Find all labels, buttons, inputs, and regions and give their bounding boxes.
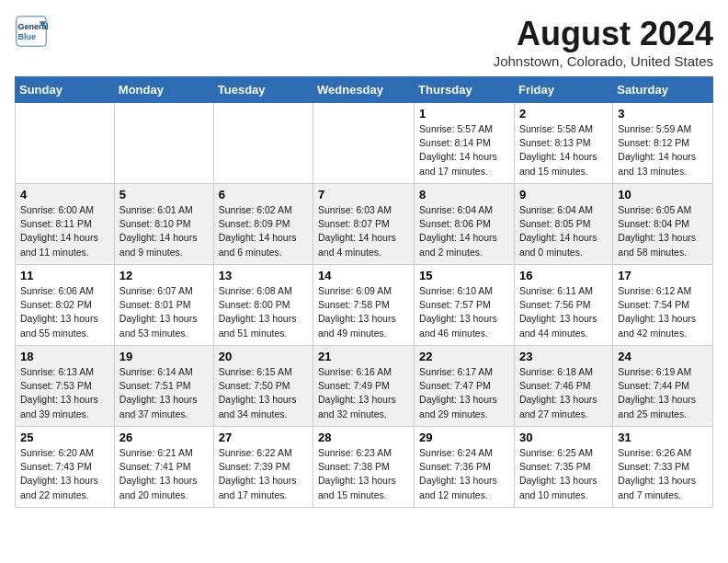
day-number: 18	[20, 350, 109, 363]
calendar-week-row: 25Sunrise: 6:20 AM Sunset: 7:43 PM Dayli…	[16, 427, 713, 508]
logo-icon: General Blue	[15, 15, 48, 48]
day-number: 11	[20, 269, 109, 282]
day-number: 8	[419, 188, 509, 201]
calendar-cell: 7Sunrise: 6:03 AM Sunset: 8:07 PM Daylig…	[313, 184, 415, 265]
day-info: Sunrise: 5:57 AM Sunset: 8:14 PM Dayligh…	[419, 122, 509, 178]
day-number: 5	[119, 188, 209, 201]
logo: General Blue	[15, 15, 48, 48]
day-info: Sunrise: 6:21 AM Sunset: 7:41 PM Dayligh…	[119, 446, 209, 502]
calendar-cell: 4Sunrise: 6:00 AM Sunset: 8:11 PM Daylig…	[16, 184, 115, 265]
day-number: 12	[119, 269, 209, 282]
calendar-cell: 19Sunrise: 6:14 AM Sunset: 7:51 PM Dayli…	[114, 346, 213, 427]
day-number: 28	[318, 431, 409, 444]
day-info: Sunrise: 6:26 AM Sunset: 7:33 PM Dayligh…	[618, 446, 708, 502]
calendar-cell: 2Sunrise: 5:58 AM Sunset: 8:13 PM Daylig…	[514, 103, 612, 184]
day-info: Sunrise: 6:14 AM Sunset: 7:51 PM Dayligh…	[119, 365, 209, 421]
day-number: 19	[119, 350, 209, 363]
calendar-cell: 22Sunrise: 6:17 AM Sunset: 7:47 PM Dayli…	[415, 346, 515, 427]
day-info: Sunrise: 6:00 AM Sunset: 8:11 PM Dayligh…	[20, 203, 109, 259]
day-info: Sunrise: 6:16 AM Sunset: 7:49 PM Dayligh…	[318, 365, 409, 421]
day-info: Sunrise: 6:18 AM Sunset: 7:46 PM Dayligh…	[519, 365, 608, 421]
weekday-header-row: SundayMondayTuesdayWednesdayThursdayFrid…	[16, 77, 713, 103]
calendar-cell: 14Sunrise: 6:09 AM Sunset: 7:58 PM Dayli…	[313, 265, 415, 346]
calendar-table: SundayMondayTuesdayWednesdayThursdayFrid…	[15, 76, 713, 508]
calendar-cell: 9Sunrise: 6:04 AM Sunset: 8:05 PM Daylig…	[514, 184, 612, 265]
day-info: Sunrise: 6:22 AM Sunset: 7:39 PM Dayligh…	[219, 446, 308, 502]
day-number: 10	[618, 188, 708, 201]
calendar-cell: 5Sunrise: 6:01 AM Sunset: 8:10 PM Daylig…	[114, 184, 213, 265]
day-info: Sunrise: 6:10 AM Sunset: 7:57 PM Dayligh…	[419, 284, 509, 340]
calendar-cell: 16Sunrise: 6:11 AM Sunset: 7:56 PM Dayli…	[514, 265, 612, 346]
calendar-cell: 1Sunrise: 5:57 AM Sunset: 8:14 PM Daylig…	[415, 103, 515, 184]
day-info: Sunrise: 6:04 AM Sunset: 8:05 PM Dayligh…	[519, 203, 608, 259]
calendar-cell: 6Sunrise: 6:02 AM Sunset: 8:09 PM Daylig…	[213, 184, 313, 265]
day-number: 6	[219, 188, 308, 201]
svg-text:Blue: Blue	[18, 32, 37, 41]
day-number: 3	[618, 107, 708, 121]
calendar-cell: 20Sunrise: 6:15 AM Sunset: 7:50 PM Dayli…	[213, 346, 313, 427]
day-info: Sunrise: 6:03 AM Sunset: 8:07 PM Dayligh…	[318, 203, 409, 259]
day-info: Sunrise: 6:23 AM Sunset: 7:38 PM Dayligh…	[318, 446, 409, 502]
calendar-cell: 24Sunrise: 6:19 AM Sunset: 7:44 PM Dayli…	[613, 346, 713, 427]
calendar-cell: 11Sunrise: 6:06 AM Sunset: 8:02 PM Dayli…	[16, 265, 115, 346]
day-info: Sunrise: 6:20 AM Sunset: 7:43 PM Dayligh…	[20, 446, 109, 502]
weekday-header-sunday: Sunday	[16, 77, 115, 103]
calendar-cell: 27Sunrise: 6:22 AM Sunset: 7:39 PM Dayli…	[213, 427, 313, 508]
day-number: 31	[618, 431, 708, 444]
day-info: Sunrise: 6:13 AM Sunset: 7:53 PM Dayligh…	[20, 365, 109, 421]
day-info: Sunrise: 6:15 AM Sunset: 7:50 PM Dayligh…	[219, 365, 308, 421]
calendar-cell: 17Sunrise: 6:12 AM Sunset: 7:54 PM Dayli…	[613, 265, 713, 346]
calendar-cell: 31Sunrise: 6:26 AM Sunset: 7:33 PM Dayli…	[613, 427, 713, 508]
day-number: 1	[419, 107, 509, 121]
day-number: 21	[318, 350, 409, 363]
day-info: Sunrise: 6:02 AM Sunset: 8:09 PM Dayligh…	[219, 203, 308, 259]
day-number: 14	[318, 269, 409, 282]
day-info: Sunrise: 6:06 AM Sunset: 8:02 PM Dayligh…	[20, 284, 109, 340]
calendar-cell: 25Sunrise: 6:20 AM Sunset: 7:43 PM Dayli…	[16, 427, 115, 508]
calendar-cell: 10Sunrise: 6:05 AM Sunset: 8:04 PM Dayli…	[613, 184, 713, 265]
day-number: 16	[519, 269, 608, 282]
day-info: Sunrise: 6:19 AM Sunset: 7:44 PM Dayligh…	[618, 365, 708, 421]
calendar-cell	[213, 103, 313, 184]
day-number: 27	[219, 431, 308, 444]
calendar-cell: 30Sunrise: 6:25 AM Sunset: 7:35 PM Dayli…	[514, 427, 612, 508]
calendar-cell: 21Sunrise: 6:16 AM Sunset: 7:49 PM Dayli…	[313, 346, 415, 427]
subtitle: Johnstown, Colorado, United States	[494, 53, 713, 69]
calendar-cell: 23Sunrise: 6:18 AM Sunset: 7:46 PM Dayli…	[514, 346, 612, 427]
weekday-header-friday: Friday	[514, 77, 612, 103]
weekday-header-wednesday: Wednesday	[313, 77, 415, 103]
day-info: Sunrise: 6:07 AM Sunset: 8:01 PM Dayligh…	[119, 284, 209, 340]
day-number: 2	[519, 107, 608, 121]
calendar-cell: 26Sunrise: 6:21 AM Sunset: 7:41 PM Dayli…	[114, 427, 213, 508]
calendar-week-row: 18Sunrise: 6:13 AM Sunset: 7:53 PM Dayli…	[16, 346, 713, 427]
calendar-cell: 18Sunrise: 6:13 AM Sunset: 7:53 PM Dayli…	[16, 346, 115, 427]
day-number: 24	[618, 350, 708, 363]
day-number: 22	[419, 350, 509, 363]
day-number: 7	[318, 188, 409, 201]
day-info: Sunrise: 5:59 AM Sunset: 8:12 PM Dayligh…	[618, 122, 708, 178]
calendar-week-row: 1Sunrise: 5:57 AM Sunset: 8:14 PM Daylig…	[16, 103, 713, 184]
day-number: 30	[519, 431, 608, 444]
day-info: Sunrise: 6:08 AM Sunset: 8:00 PM Dayligh…	[219, 284, 308, 340]
day-info: Sunrise: 6:01 AM Sunset: 8:10 PM Dayligh…	[119, 203, 209, 259]
header: General Blue August 2024 Johnstown, Colo…	[15, 15, 713, 69]
day-info: Sunrise: 5:58 AM Sunset: 8:13 PM Dayligh…	[519, 122, 608, 178]
day-number: 23	[519, 350, 608, 363]
calendar-cell: 12Sunrise: 6:07 AM Sunset: 8:01 PM Dayli…	[114, 265, 213, 346]
calendar-cell	[16, 103, 115, 184]
calendar-week-row: 4Sunrise: 6:00 AM Sunset: 8:11 PM Daylig…	[16, 184, 713, 265]
title-area: August 2024 Johnstown, Colorado, United …	[494, 15, 713, 69]
calendar-cell	[114, 103, 213, 184]
day-info: Sunrise: 6:25 AM Sunset: 7:35 PM Dayligh…	[519, 446, 608, 502]
weekday-header-tuesday: Tuesday	[213, 77, 313, 103]
day-info: Sunrise: 6:24 AM Sunset: 7:36 PM Dayligh…	[419, 446, 509, 502]
day-number: 9	[519, 188, 608, 201]
day-info: Sunrise: 6:09 AM Sunset: 7:58 PM Dayligh…	[318, 284, 409, 340]
calendar-cell: 13Sunrise: 6:08 AM Sunset: 8:00 PM Dayli…	[213, 265, 313, 346]
calendar-cell	[313, 103, 415, 184]
day-number: 15	[419, 269, 509, 282]
day-info: Sunrise: 6:04 AM Sunset: 8:06 PM Dayligh…	[419, 203, 509, 259]
day-number: 4	[20, 188, 109, 201]
calendar-cell: 28Sunrise: 6:23 AM Sunset: 7:38 PM Dayli…	[313, 427, 415, 508]
day-number: 29	[419, 431, 509, 444]
